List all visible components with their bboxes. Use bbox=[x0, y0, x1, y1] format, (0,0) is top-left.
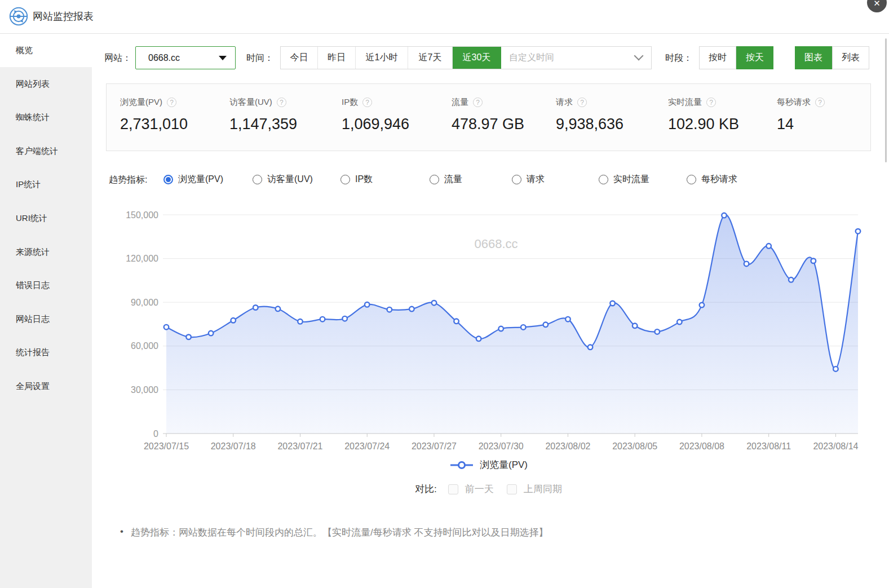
legend-item-pv[interactable]: 浏览量(PV) bbox=[450, 458, 528, 471]
stat-requests-label-row: 请求? bbox=[556, 97, 587, 108]
app-header: 网站监控报表 bbox=[0, 0, 889, 34]
x-axis-tick-label: 2023/08/05 bbox=[612, 441, 657, 451]
help-icon[interactable]: ? bbox=[473, 98, 483, 107]
stat-uv-label: 访客量(UV) bbox=[229, 97, 272, 108]
sidebar-item-overview[interactable]: 概览 bbox=[0, 33, 92, 67]
data-point-marker[interactable] bbox=[387, 307, 392, 312]
data-point-marker[interactable] bbox=[722, 213, 727, 218]
stat-uv-value: 1,147,359 bbox=[229, 116, 297, 133]
data-point-marker[interactable] bbox=[856, 229, 861, 234]
time-last-30d[interactable]: 近30天 bbox=[453, 47, 501, 69]
view-chart[interactable]: 图表 bbox=[795, 46, 832, 69]
data-point-marker[interactable] bbox=[454, 319, 459, 324]
help-icon[interactable]: ? bbox=[815, 98, 825, 107]
time-last-7d[interactable]: 近7天 bbox=[408, 47, 453, 69]
compare-prev-week[interactable]: 上周同期 bbox=[507, 483, 562, 496]
radio-metric-rps[interactable]: 每秒请求 bbox=[687, 173, 737, 186]
data-point-marker[interactable] bbox=[432, 300, 437, 306]
x-axis-tick-label: 2023/07/21 bbox=[277, 441, 322, 451]
help-icon[interactable]: ? bbox=[277, 98, 286, 107]
data-point-marker[interactable] bbox=[588, 345, 593, 350]
radio-icon bbox=[430, 175, 439, 184]
x-axis-tick-label: 2023/07/18 bbox=[211, 441, 256, 451]
help-icon[interactable]: ? bbox=[167, 98, 176, 107]
sidebar-item-spider-stats[interactable]: 蜘蛛统计 bbox=[0, 100, 92, 134]
data-point-marker[interactable] bbox=[677, 320, 682, 325]
data-point-marker[interactable] bbox=[654, 329, 660, 334]
data-point-marker[interactable] bbox=[766, 244, 771, 249]
time-today[interactable]: 今日 bbox=[281, 47, 318, 69]
custom-time-select[interactable]: 自定义时间 bbox=[501, 47, 651, 69]
data-point-marker[interactable] bbox=[365, 302, 370, 307]
data-point-marker[interactable] bbox=[298, 319, 303, 324]
radio-metric-uv[interactable]: 访客量(UV) bbox=[253, 173, 313, 186]
radio-metric-ip[interactable]: IP数 bbox=[340, 173, 373, 186]
data-point-marker[interactable] bbox=[409, 307, 414, 312]
scrollbar[interactable] bbox=[885, 38, 887, 162]
data-point-marker[interactable] bbox=[811, 258, 816, 263]
checkbox-icon[interactable] bbox=[507, 484, 517, 494]
data-point-marker[interactable] bbox=[231, 318, 236, 323]
legend-label: 浏览量(PV) bbox=[480, 458, 528, 471]
compare-prev-week-label: 上周同期 bbox=[524, 483, 562, 496]
stat-uv-label-row: 访客量(UV)? bbox=[229, 97, 286, 108]
data-point-marker[interactable] bbox=[700, 303, 705, 308]
data-point-marker[interactable] bbox=[543, 322, 549, 327]
data-point-marker[interactable] bbox=[498, 326, 503, 331]
radio-label: 访客量(UV) bbox=[267, 174, 313, 185]
data-point-marker[interactable] bbox=[833, 366, 838, 372]
data-point-marker[interactable] bbox=[276, 307, 281, 312]
data-point-marker[interactable] bbox=[521, 325, 526, 330]
radio-metric-realtime-traffic[interactable]: 实时流量 bbox=[599, 173, 649, 186]
radio-icon bbox=[687, 175, 696, 184]
time-yesterday[interactable]: 昨日 bbox=[318, 47, 356, 69]
radio-metric-pv[interactable]: 浏览量(PV) bbox=[163, 173, 223, 186]
trend-chart: 030,00060,00090,000120,000150,0002023/07… bbox=[0, 200, 889, 457]
radio-metric-traffic[interactable]: 流量 bbox=[430, 173, 462, 186]
radio-icon bbox=[340, 175, 350, 184]
data-point-marker[interactable] bbox=[342, 316, 347, 321]
page-title: 网站监控报表 bbox=[33, 0, 94, 33]
data-point-marker[interactable] bbox=[633, 324, 638, 329]
custom-time-placeholder: 自定义时间 bbox=[509, 52, 554, 64]
site-select[interactable]: 0668.cc bbox=[135, 46, 236, 69]
radio-label: IP数 bbox=[355, 174, 373, 185]
data-point-marker[interactable] bbox=[320, 317, 325, 322]
time-last-1h[interactable]: 近1小时 bbox=[356, 47, 408, 69]
help-icon[interactable]: ? bbox=[577, 98, 587, 107]
view-list[interactable]: 列表 bbox=[832, 46, 869, 69]
period-by-hour[interactable]: 按时 bbox=[699, 46, 736, 69]
radio-metric-requests[interactable]: 请求 bbox=[512, 173, 545, 186]
y-axis-tick-label: 150,000 bbox=[126, 210, 158, 220]
radio-icon bbox=[599, 175, 608, 184]
stat-requests-per-second-label-row: 每秒请求? bbox=[777, 97, 825, 108]
sidebar-item-site-list[interactable]: 网站列表 bbox=[0, 67, 92, 101]
radio-icon bbox=[512, 175, 521, 184]
watermark: 0668.cc bbox=[474, 237, 518, 251]
data-point-marker[interactable] bbox=[186, 334, 191, 339]
sidebar-item-ip-stats[interactable]: IP统计 bbox=[0, 167, 92, 201]
data-point-marker[interactable] bbox=[565, 317, 570, 322]
y-axis-tick-label: 0 bbox=[153, 429, 158, 439]
data-point-marker[interactable] bbox=[610, 301, 615, 306]
stat-realtime-traffic-label: 实时流量 bbox=[668, 97, 702, 108]
data-point-marker[interactable] bbox=[164, 325, 169, 330]
data-point-marker[interactable] bbox=[789, 277, 794, 282]
y-axis-tick-label: 30,000 bbox=[131, 385, 158, 395]
data-point-marker[interactable] bbox=[253, 305, 258, 310]
checkbox-icon[interactable] bbox=[448, 484, 458, 494]
stat-ip-label-row: IP数? bbox=[342, 97, 372, 108]
data-point-marker[interactable] bbox=[476, 337, 481, 342]
data-point-marker[interactable] bbox=[209, 331, 214, 336]
help-icon[interactable]: ? bbox=[706, 98, 716, 107]
compare-prev-day-label: 前一天 bbox=[465, 483, 494, 496]
stat-pv-label: 浏览量(PV) bbox=[120, 97, 162, 108]
x-axis-tick-label: 2023/07/15 bbox=[144, 441, 189, 451]
help-icon[interactable]: ? bbox=[362, 98, 372, 107]
data-point-marker[interactable] bbox=[744, 262, 749, 267]
compare-prev-day[interactable]: 前一天 bbox=[448, 483, 494, 496]
sidebar-item-client-stats[interactable]: 客户端统计 bbox=[0, 134, 92, 168]
radio-label: 实时流量 bbox=[613, 174, 649, 185]
time-label: 时间： bbox=[246, 46, 273, 69]
period-by-day[interactable]: 按天 bbox=[736, 46, 773, 69]
